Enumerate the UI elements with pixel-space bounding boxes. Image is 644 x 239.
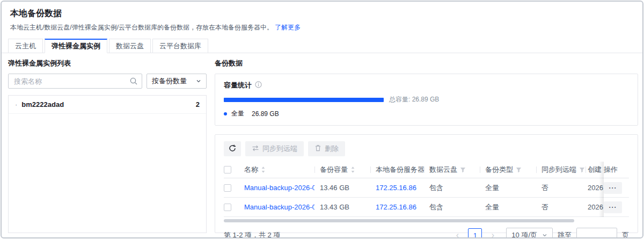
search-icon	[130, 77, 137, 87]
sort-by-dropdown[interactable]: 按备份数量	[147, 74, 207, 89]
tab-cloud-host[interactable]: 云主机	[8, 39, 43, 53]
select-all-checkbox[interactable]	[224, 166, 231, 173]
row-cell-data-disk: 包含	[424, 202, 480, 212]
backup-name-link[interactable]: Manual-backup-2026-02-2...	[244, 184, 314, 192]
header-server-label: 本地备份服务器	[376, 165, 424, 175]
header-name-label: 名称	[244, 165, 258, 175]
row-cell-data-disk: 包含	[424, 183, 480, 193]
row-cell-server: 172.25.16.86	[370, 184, 424, 192]
row-cell-size: 13.46 GB	[314, 184, 370, 192]
trash-icon	[314, 144, 321, 153]
sort-icon[interactable]	[261, 166, 266, 173]
next-page-button[interactable]: ›	[487, 229, 499, 238]
header-synced-label: 同步到远端	[541, 165, 576, 175]
main-content: 弹性裸金属实例列表 按备份数量 · bm222	[2, 53, 642, 237]
table-toolbar: 同步到远端 删除	[224, 141, 629, 156]
list-item[interactable]: · bm2222adad 2	[9, 96, 206, 114]
sort-icon[interactable]	[350, 166, 355, 173]
table-row: Manual-backup-2026-02-2... 13.46 GB 172.…	[224, 178, 629, 198]
capacity-progress-fill	[224, 98, 384, 102]
horizontal-scrollbar[interactable]	[224, 219, 574, 222]
chevron-down-icon	[542, 231, 547, 239]
chevron-down-icon	[196, 77, 201, 85]
row-cell-name: Manual-backup-2026-02-2...	[244, 184, 314, 192]
row-cell-checkbox	[224, 184, 244, 192]
learn-more-link[interactable]: 了解更多	[275, 24, 301, 31]
row-cell-action: ···	[604, 201, 629, 213]
search-box	[8, 74, 142, 89]
page-number-button[interactable]: 1	[468, 228, 482, 238]
tab-cloud-database[interactable]: 云平台数据库	[152, 39, 208, 53]
list-item-bullet: ·	[15, 100, 17, 108]
jump-to-label: 跳至	[558, 230, 572, 238]
more-actions-button[interactable]: ···	[604, 201, 622, 213]
capacity-bar-row: 总容量: 26.89 GB	[224, 95, 629, 104]
backup-count-badge: 2	[196, 100, 200, 108]
delete-label: 删除	[325, 144, 339, 154]
page-subtitle-text: 本地云主机/数据云盘/弹性裸金属实例/云平台数据库的备份数据，存放在本地备份服务…	[10, 24, 273, 31]
prev-page-button[interactable]: ‹	[451, 229, 463, 238]
capacity-title: 容量统计	[224, 81, 252, 90]
sync-to-remote-label: 同步到远端	[262, 144, 297, 154]
row-cell-backup-type: 全量	[480, 202, 536, 212]
server-ip-link[interactable]: 172.25.16.86	[376, 203, 416, 211]
row-cell-synced: 否	[536, 202, 586, 212]
page-container: 本地备份数据 本地云主机/数据云盘/弹性裸金属实例/云平台数据库的备份数据，存放…	[1, 1, 643, 238]
row-checkbox[interactable]	[224, 204, 231, 211]
instance-list-controls: 按备份数量	[8, 74, 207, 89]
page-size-select[interactable]: 10 项/页	[506, 228, 553, 238]
table-header-row: 名称 备份容量 本地备份服务器	[224, 162, 629, 178]
server-ip-link[interactable]: 172.25.16.86	[376, 184, 416, 192]
page-header: 本地备份数据 本地云主机/数据云盘/弹性裸金属实例/云平台数据库的备份数据，存放…	[2, 2, 642, 32]
filter-icon[interactable]	[460, 167, 466, 173]
filter-icon[interactable]	[579, 167, 585, 173]
sync-arrows-icon	[252, 145, 259, 153]
row-cell-action: ···	[604, 182, 629, 194]
instance-list-title: 弹性裸金属实例列表	[8, 59, 207, 68]
refresh-button[interactable]	[224, 141, 241, 156]
backup-name-link[interactable]: Manual-backup-2026-02-2...	[244, 203, 314, 211]
capacity-legend: 全量 26.89 GB	[224, 109, 629, 118]
backup-table-card: 同步到远端 删除 名称	[215, 134, 638, 233]
header-cell-backup-type: 备份类型	[480, 165, 536, 175]
row-cell-synced: 否	[536, 183, 586, 193]
row-cell-name: Manual-backup-2026-02-2...	[244, 203, 314, 211]
header-cell-server: 本地备份服务器	[370, 165, 424, 175]
legend-dot-icon	[224, 112, 227, 115]
refresh-icon	[229, 144, 236, 154]
page-unit-label: 页	[622, 230, 629, 238]
header-cell-name: 名称	[244, 165, 314, 175]
header-cell-size: 备份容量	[314, 165, 370, 175]
page-subtitle: 本地云主机/数据云盘/弹性裸金属实例/云平台数据库的备份数据，存放在本地备份服务…	[10, 23, 634, 32]
row-cell-server: 172.25.16.86	[370, 203, 424, 211]
fixed-column-shadow	[599, 162, 604, 217]
header-data-disk-label: 数据云盘	[429, 165, 457, 175]
pagination-summary: 第 1-2 项，共 2 项	[224, 230, 280, 238]
jump-to-page-input[interactable]	[576, 228, 617, 238]
filter-icon[interactable]	[516, 167, 522, 173]
sort-by-value: 按备份数量	[152, 76, 187, 86]
row-cell-backup-type: 全量	[480, 183, 536, 193]
delete-button[interactable]: 删除	[308, 141, 345, 156]
row-cell-checkbox	[224, 204, 244, 211]
row-checkbox[interactable]	[224, 184, 231, 192]
pagination-controls: ‹ 1 › 10 项/页 跳至 页	[451, 228, 629, 238]
tab-bar: 云主机 弹性裸金属实例 数据云盘 云平台数据库	[2, 39, 642, 53]
tab-baremetal-instance[interactable]: 弹性裸金属实例	[45, 39, 107, 53]
page-size-value: 10 项/页	[511, 230, 537, 238]
info-icon[interactable]	[255, 81, 262, 90]
more-actions-button[interactable]: ···	[604, 182, 622, 194]
instance-list-panel: 弹性裸金属实例列表 按备份数量 · bm222	[8, 53, 207, 233]
tab-data-disk[interactable]: 数据云盘	[109, 39, 151, 53]
header-cell-action: 操作	[604, 165, 629, 175]
instance-name: bm2222adad	[21, 100, 64, 108]
header-action-label: 操作	[604, 165, 618, 175]
header-cell-checkbox	[224, 166, 244, 173]
capacity-progress-bar	[224, 98, 384, 102]
header-cell-data-disk: 数据云盘	[424, 165, 480, 175]
search-input[interactable]	[8, 74, 142, 89]
page-title: 本地备份数据	[10, 8, 634, 19]
capacity-title-row: 容量统计	[224, 81, 629, 90]
sync-to-remote-button[interactable]: 同步到远端	[245, 141, 304, 156]
header-size-label: 备份容量	[320, 165, 348, 175]
